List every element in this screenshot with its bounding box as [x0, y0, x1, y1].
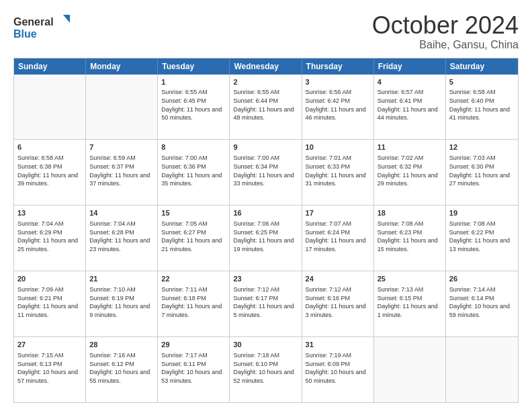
day-number: 19: [449, 208, 515, 218]
svg-text:General: General: [13, 16, 54, 28]
calendar-cell: 3Sunrise: 6:56 AM Sunset: 6:42 PM Daylig…: [302, 75, 374, 140]
calendar-cell: [374, 337, 446, 402]
day-number: 3: [306, 77, 370, 87]
day-info: Sunrise: 7:19 AM Sunset: 6:09 PM Dayligh…: [306, 351, 370, 385]
day-info: Sunrise: 6:59 AM Sunset: 6:37 PM Dayligh…: [89, 154, 154, 187]
day-info: Sunrise: 7:16 AM Sunset: 6:12 PM Dayligh…: [89, 351, 154, 385]
calendar-cell: 27Sunrise: 7:15 AM Sunset: 6:13 PM Dayli…: [14, 337, 86, 402]
week-row-3: 20Sunrise: 7:09 AM Sunset: 6:21 PM Dayli…: [14, 271, 518, 337]
calendar-cell: [86, 75, 158, 140]
day-number: 14: [89, 208, 154, 218]
day-number: 18: [378, 208, 442, 218]
calendar-cell: 12Sunrise: 7:03 AM Sunset: 6:30 PM Dayli…: [446, 140, 518, 205]
header-thursday: Thursday: [302, 58, 374, 75]
day-info: Sunrise: 7:00 AM Sunset: 6:34 PM Dayligh…: [233, 154, 298, 187]
day-info: Sunrise: 6:57 AM Sunset: 6:41 PM Dayligh…: [378, 88, 442, 122]
day-info: Sunrise: 7:03 AM Sunset: 6:30 PM Dayligh…: [449, 154, 515, 187]
calendar-cell: 26Sunrise: 7:14 AM Sunset: 6:14 PM Dayli…: [446, 271, 518, 336]
calendar-cell: 14Sunrise: 7:04 AM Sunset: 6:28 PM Dayli…: [86, 205, 158, 271]
calendar-cell: 11Sunrise: 7:02 AM Sunset: 6:32 PM Dayli…: [374, 140, 446, 205]
day-info: Sunrise: 7:07 AM Sunset: 6:24 PM Dayligh…: [306, 220, 370, 253]
logo: General Blue: [13, 12, 74, 42]
day-number: 22: [161, 274, 226, 284]
header: General Blue October 2024 Baihe, Gansu, …: [13, 12, 519, 51]
calendar-cell: 23Sunrise: 7:12 AM Sunset: 6:17 PM Dayli…: [230, 271, 302, 336]
calendar-cell: 21Sunrise: 7:10 AM Sunset: 6:19 PM Dayli…: [86, 271, 158, 336]
calendar-cell: 17Sunrise: 7:07 AM Sunset: 6:24 PM Dayli…: [302, 205, 374, 271]
page: General Blue October 2024 Baihe, Gansu, …: [0, 0, 532, 411]
day-info: Sunrise: 7:05 AM Sunset: 6:27 PM Dayligh…: [161, 220, 226, 253]
day-number: 8: [161, 142, 226, 152]
day-info: Sunrise: 7:08 AM Sunset: 6:22 PM Dayligh…: [449, 220, 515, 253]
day-number: 30: [233, 340, 298, 350]
calendar-cell: 1Sunrise: 6:55 AM Sunset: 6:45 PM Daylig…: [158, 75, 230, 140]
day-info: Sunrise: 6:56 AM Sunset: 6:42 PM Dayligh…: [306, 88, 370, 122]
day-number: 25: [378, 274, 442, 284]
week-row-0: 1Sunrise: 6:55 AM Sunset: 6:45 PM Daylig…: [14, 75, 518, 140]
header-monday: Monday: [86, 58, 158, 75]
day-info: Sunrise: 7:04 AM Sunset: 6:28 PM Dayligh…: [89, 220, 154, 253]
day-number: 1: [161, 77, 226, 87]
day-info: Sunrise: 7:01 AM Sunset: 6:33 PM Dayligh…: [306, 154, 370, 187]
calendar-header-row: Sunday Monday Tuesday Wednesday Thursday…: [14, 58, 518, 75]
day-info: Sunrise: 6:58 AM Sunset: 6:40 PM Dayligh…: [449, 88, 515, 122]
calendar-cell: 7Sunrise: 6:59 AM Sunset: 6:37 PM Daylig…: [86, 140, 158, 205]
calendar-cell: 9Sunrise: 7:00 AM Sunset: 6:34 PM Daylig…: [230, 140, 302, 205]
calendar-cell: 30Sunrise: 7:18 AM Sunset: 6:10 PM Dayli…: [230, 337, 302, 402]
day-number: 17: [306, 208, 370, 218]
day-info: Sunrise: 7:18 AM Sunset: 6:10 PM Dayligh…: [233, 351, 298, 385]
day-number: 6: [17, 142, 82, 152]
day-number: 16: [233, 208, 298, 218]
calendar-cell: 18Sunrise: 7:08 AM Sunset: 6:23 PM Dayli…: [374, 205, 446, 271]
day-info: Sunrise: 7:02 AM Sunset: 6:32 PM Dayligh…: [378, 154, 442, 187]
calendar-cell: 4Sunrise: 6:57 AM Sunset: 6:41 PM Daylig…: [374, 75, 446, 140]
header-tuesday: Tuesday: [158, 58, 230, 75]
day-number: 10: [306, 142, 370, 152]
day-number: 5: [449, 77, 515, 87]
header-wednesday: Wednesday: [230, 58, 302, 75]
day-number: 29: [161, 340, 226, 350]
calendar-cell: 16Sunrise: 7:06 AM Sunset: 6:25 PM Dayli…: [230, 205, 302, 271]
calendar-cell: 13Sunrise: 7:04 AM Sunset: 6:29 PM Dayli…: [14, 205, 86, 271]
location-title: Baihe, Gansu, China: [372, 39, 519, 51]
calendar-cell: 25Sunrise: 7:13 AM Sunset: 6:15 PM Dayli…: [374, 271, 446, 336]
day-number: 24: [306, 274, 370, 284]
day-number: 31: [306, 340, 370, 350]
calendar-cell: 29Sunrise: 7:17 AM Sunset: 6:11 PM Dayli…: [158, 337, 230, 402]
svg-text:Blue: Blue: [13, 28, 37, 40]
day-number: 15: [161, 208, 226, 218]
day-info: Sunrise: 7:12 AM Sunset: 6:17 PM Dayligh…: [233, 285, 298, 319]
day-info: Sunrise: 7:00 AM Sunset: 6:36 PM Dayligh…: [161, 154, 226, 187]
month-title: October 2024: [372, 12, 519, 39]
day-info: Sunrise: 6:55 AM Sunset: 6:45 PM Dayligh…: [161, 88, 226, 122]
calendar-cell: 8Sunrise: 7:00 AM Sunset: 6:36 PM Daylig…: [158, 140, 230, 205]
day-info: Sunrise: 7:13 AM Sunset: 6:15 PM Dayligh…: [378, 285, 442, 319]
week-row-4: 27Sunrise: 7:15 AM Sunset: 6:13 PM Dayli…: [14, 337, 518, 402]
day-info: Sunrise: 6:58 AM Sunset: 6:38 PM Dayligh…: [17, 154, 82, 187]
day-info: Sunrise: 7:14 AM Sunset: 6:14 PM Dayligh…: [449, 285, 515, 319]
day-info: Sunrise: 7:17 AM Sunset: 6:11 PM Dayligh…: [161, 351, 226, 385]
calendar: Sunday Monday Tuesday Wednesday Thursday…: [13, 58, 519, 403]
day-info: Sunrise: 7:11 AM Sunset: 6:18 PM Dayligh…: [161, 285, 226, 319]
svg-marker-3: [63, 15, 70, 23]
day-number: 9: [233, 142, 298, 152]
day-number: 11: [378, 142, 442, 152]
calendar-cell: [446, 337, 518, 402]
day-info: Sunrise: 7:06 AM Sunset: 6:25 PM Dayligh…: [233, 220, 298, 253]
day-info: Sunrise: 6:55 AM Sunset: 6:44 PM Dayligh…: [233, 88, 298, 122]
day-number: 28: [89, 340, 154, 350]
week-row-1: 6Sunrise: 6:58 AM Sunset: 6:38 PM Daylig…: [14, 140, 518, 205]
day-number: 20: [17, 274, 82, 284]
calendar-cell: 15Sunrise: 7:05 AM Sunset: 6:27 PM Dayli…: [158, 205, 230, 271]
calendar-cell: 2Sunrise: 6:55 AM Sunset: 6:44 PM Daylig…: [230, 75, 302, 140]
day-info: Sunrise: 7:12 AM Sunset: 6:16 PM Dayligh…: [306, 285, 370, 319]
calendar-cell: 31Sunrise: 7:19 AM Sunset: 6:09 PM Dayli…: [302, 337, 374, 402]
day-number: 4: [378, 77, 442, 87]
day-number: 27: [17, 340, 82, 350]
calendar-body: 1Sunrise: 6:55 AM Sunset: 6:45 PM Daylig…: [14, 75, 518, 402]
calendar-cell: 22Sunrise: 7:11 AM Sunset: 6:18 PM Dayli…: [158, 271, 230, 336]
calendar-cell: 28Sunrise: 7:16 AM Sunset: 6:12 PM Dayli…: [86, 337, 158, 402]
calendar-cell: 5Sunrise: 6:58 AM Sunset: 6:40 PM Daylig…: [446, 75, 518, 140]
day-number: 26: [449, 274, 515, 284]
calendar-cell: 20Sunrise: 7:09 AM Sunset: 6:21 PM Dayli…: [14, 271, 86, 336]
